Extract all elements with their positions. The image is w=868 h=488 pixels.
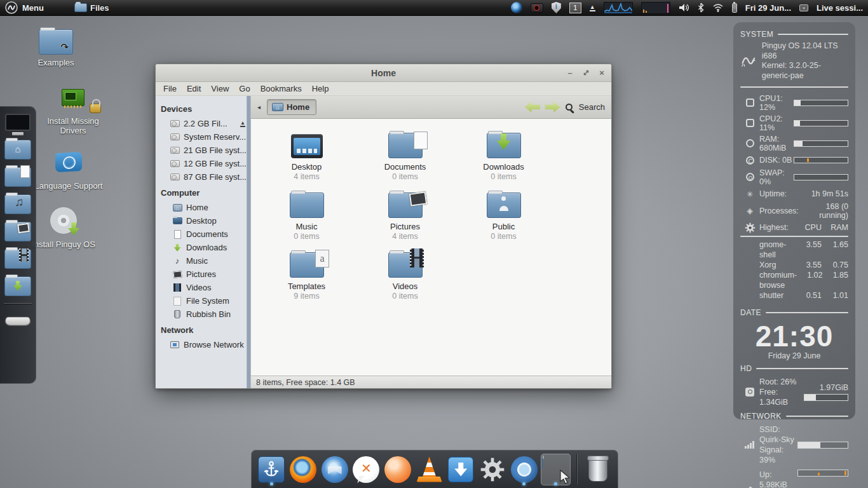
sidebar-scrollbar[interactable] [247,96,250,388]
maximize-button[interactable] [581,69,590,78]
file-tile-downloads[interactable]: Downloads0 items [454,128,553,187]
sidebar-item-device[interactable]: 2.2 GB Fil...▲ [156,117,250,130]
uptime-icon: ✳ [740,189,759,199]
videos-folder-icon[interactable] [4,248,31,269]
documents-folder-icon [388,133,423,158]
sidebar-header-devices: Devices [156,100,250,117]
sidebar-item-music[interactable]: ♪Music [156,254,250,268]
ram-icon [740,139,759,147]
menu-help[interactable]: Help [307,83,334,95]
file-tile-templates[interactable]: a Templates9 items [257,247,356,307]
dock-separator [576,454,578,485]
file-manager-window: Home – × File Edit View Go Bookmarks Hel… [155,64,612,389]
documents-folder-icon[interactable] [4,166,31,187]
sidebar-item-device[interactable]: 12 GB File syst... [156,157,250,170]
file-tile-music[interactable]: Music0 items [257,187,356,247]
date-header: DATE [740,308,761,317]
pictures-folder-icon [388,193,423,218]
sidebar-item-downloads[interactable]: Downloads [156,241,250,254]
minimize-button[interactable]: – [566,69,574,78]
sidebar-item-videos[interactable]: Videos [156,281,250,294]
menu-view[interactable]: View [206,83,234,95]
desktop-icon-examples[interactable]: ↷ Examples [19,23,93,67]
toolbar: ◂ Home Search [251,96,611,119]
file-tile-desktop[interactable]: Desktop4 items [257,128,356,187]
close-button[interactable]: × [597,69,606,78]
menu-button[interactable]: Menu [5,1,44,14]
videos-folder-icon [388,252,423,278]
bluetooth-icon[interactable] [698,1,704,15]
workspace-switcher[interactable]: 1 [569,3,581,13]
file-view: Desktop4 items Documents0 items Download… [251,119,611,376]
file-tile-documents[interactable]: Documents0 items [356,128,454,187]
trash-icon[interactable] [583,454,613,485]
display-icon[interactable] [4,112,31,132]
sidebar-item-device[interactable]: System Reserv... [156,130,250,144]
session-label[interactable]: Live sessi... [817,3,863,13]
clock[interactable]: Fri 29 Jun... [745,3,791,13]
forward-button[interactable] [545,102,560,112]
desktop-icon-install-missing-drivers[interactable]: Install Missing Drivers [36,81,110,135]
chromium-icon[interactable] [509,454,539,485]
session-chat-icon[interactable]: × [799,4,808,11]
search-icon[interactable] [566,104,573,111]
sidebar-header-network: Network [156,321,250,338]
sidebar-item-home[interactable]: ⌂Home [156,201,250,214]
updater-swirl-icon[interactable] [511,1,522,15]
sidebar: Devices 2.2 GB Fil...▲ System Reserv... … [156,96,251,388]
sidebar-item-file-system[interactable]: File System [156,294,250,308]
update-shield-icon[interactable] [552,1,561,15]
gears-icon [740,222,759,233]
menu-go[interactable]: Go [234,83,255,95]
file-tile-videos[interactable]: Videos0 items [356,247,454,307]
shutter-icon[interactable] [531,1,543,15]
volume-icon[interactable] [679,1,689,15]
sidebar-item-desktop[interactable]: Desktop [156,214,250,227]
sidebar-item-documents[interactable]: Documents [156,227,250,241]
cpu-graph[interactable] [604,2,633,14]
eject-icon[interactable]: ▲ [590,1,595,15]
sidebar-item-device[interactable]: 21 GB File syst... [156,144,250,157]
running-indicator [270,482,273,485]
chat-icon[interactable] [351,454,381,485]
search-label[interactable]: Search [579,102,605,112]
sidebar-item-pictures[interactable]: Pictures [156,268,250,281]
settings-gear-icon[interactable] [478,454,508,485]
file-tile-public[interactable]: Public0 items [454,187,553,247]
drive-icon[interactable] [4,311,31,331]
pictures-folder-icon[interactable] [4,221,31,241]
home-folder-icon[interactable]: ⌂ [4,139,31,159]
path-button-home[interactable]: Home [267,99,316,115]
network-graph[interactable] [641,2,670,14]
thunderbird-icon[interactable] [320,454,349,485]
statusbar-text: 8 items, Free space: 1.4 GB [256,378,355,387]
file-tile-pictures[interactable]: Pictures4 items [356,187,454,247]
active-app-button[interactable]: Files [74,3,109,13]
titlebar[interactable]: Home – × [156,64,611,82]
clementine-icon[interactable] [383,454,413,485]
desktop-icon-install-pinguy-os[interactable]: Install Pinguy OS [27,205,100,249]
menu-bookmarks[interactable]: Bookmarks [255,83,307,95]
vlc-icon[interactable] [414,454,444,485]
downloads-folder-icon[interactable] [4,276,31,296]
sidebar-item-browse-network[interactable]: Browse Network [156,338,250,351]
downloader-icon[interactable] [446,454,476,485]
language-flag-icon [55,152,82,172]
docky-anchor-icon[interactable] [257,454,287,485]
eject-icon[interactable]: ▲ [240,121,245,127]
menu-edit[interactable]: Edit [182,83,206,95]
path-back-chevron[interactable]: ◂ [257,104,261,111]
desktop-icon-label: Examples [19,58,93,67]
back-button[interactable] [525,102,540,112]
music-folder-icon[interactable]: ♫ [4,194,31,214]
battery-icon[interactable] [732,1,737,15]
desktop-icon-language-support[interactable]: Language Support [32,146,105,191]
home-folder-icon [272,103,283,111]
menu-file[interactable]: File [158,83,182,95]
wifi-icon[interactable] [712,1,724,15]
firefox-icon[interactable] [288,454,318,485]
sidebar-item-rubbish-bin[interactable]: Rubbish Bin [156,308,250,321]
file-manager-icon[interactable] [541,454,571,485]
sidebar-item-device[interactable]: 87 GB File syst... [156,170,250,184]
signal-bars-icon [740,424,759,466]
